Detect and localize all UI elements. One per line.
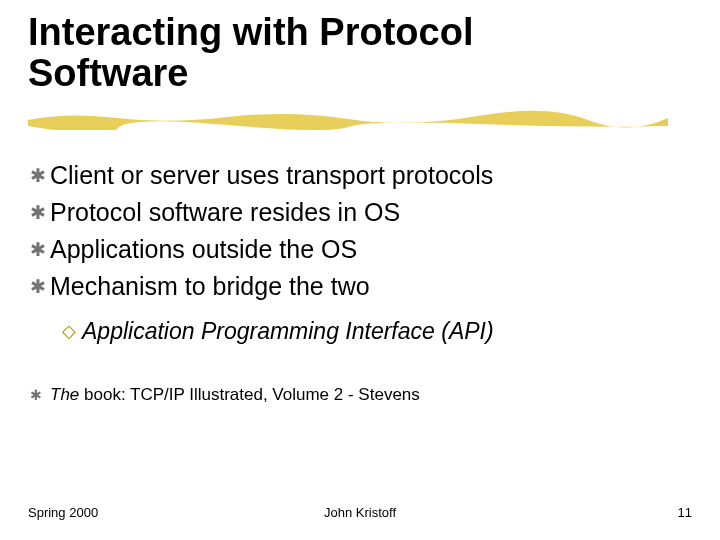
bullet-marker-icon: ✱ [30, 387, 42, 403]
title-line-1: Interacting with Protocol [28, 11, 473, 53]
slide-title: Interacting with Protocol Software [28, 12, 692, 94]
bullet-marker-icon: ✱ [30, 237, 46, 264]
title-underline [28, 108, 668, 130]
bullet-item: ✱ Client or server uses transport protoc… [30, 158, 692, 193]
bullet-text: Protocol software resides in OS [50, 195, 400, 230]
bullet-text: Applications outside the OS [50, 232, 357, 267]
reference-emphasis: The [50, 385, 79, 404]
title-line-2: Software [28, 52, 188, 94]
sub-bullet-item: ◇ Application Programming Interface (API… [62, 314, 692, 349]
footer-center: John Kristoff [28, 505, 692, 520]
sub-bullet-text: Application Programming Interface (API) [82, 314, 494, 349]
slide: Interacting with Protocol Software ✱ Cli… [0, 0, 720, 540]
bullet-text: Client or server uses transport protocol… [50, 158, 493, 193]
reference-line: ✱ The book: TCP/IP Illustrated, Volume 2… [30, 385, 692, 405]
bullet-item: ✱ Protocol software resides in OS [30, 195, 692, 230]
bullet-list: ✱ Client or server uses transport protoc… [28, 158, 692, 405]
bullet-text: Mechanism to bridge the two [50, 269, 370, 304]
slide-footer: Spring 2000 John Kristoff 11 [28, 505, 692, 520]
bullet-item: ✱ Applications outside the OS [30, 232, 692, 267]
bullet-marker-icon: ✱ [30, 200, 46, 227]
reference-text: The book: TCP/IP Illustrated, Volume 2 -… [50, 385, 420, 405]
bullet-marker-icon: ✱ [30, 274, 46, 301]
sub-bullet-marker-icon: ◇ [62, 318, 76, 345]
reference-rest: book: TCP/IP Illustrated, Volume 2 - Ste… [79, 385, 420, 404]
bullet-marker-icon: ✱ [30, 163, 46, 190]
bullet-item: ✱ Mechanism to bridge the two [30, 269, 692, 304]
